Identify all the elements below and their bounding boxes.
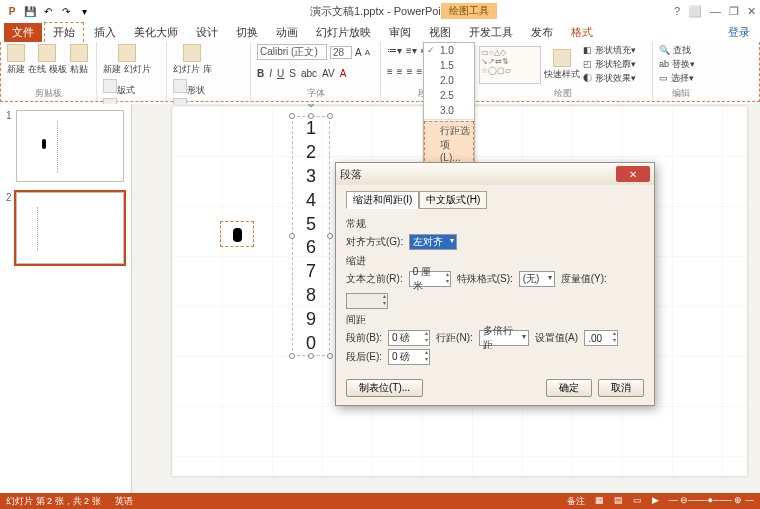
- slide-thumbnail[interactable]: [16, 192, 124, 264]
- ribbon-collapse-icon[interactable]: ⬜: [688, 5, 702, 18]
- tabstops-button[interactable]: 制表位(T)...: [346, 379, 423, 397]
- new-slide-button[interactable]: 新建: [7, 44, 25, 76]
- resize-handle[interactable]: [289, 113, 295, 119]
- bullets-icon[interactable]: ≔▾: [387, 45, 402, 56]
- shape-outline-button[interactable]: ◰ 形状轮廓▾: [583, 58, 636, 71]
- line-spacing-options-menuitem[interactable]: 行距选项(L)...: [424, 121, 474, 166]
- justify-icon[interactable]: ≡: [417, 66, 423, 77]
- line-spacing-option[interactable]: 1.5: [424, 58, 474, 73]
- resize-handle[interactable]: [327, 113, 333, 119]
- slide-thumbnail[interactable]: [16, 110, 124, 182]
- shrink-font-icon[interactable]: A: [365, 48, 370, 57]
- resize-handle[interactable]: [308, 353, 314, 359]
- sign-in-link[interactable]: 登录: [718, 23, 760, 42]
- text-char: 7: [306, 261, 316, 282]
- ok-button[interactable]: 确定: [546, 379, 592, 397]
- paragraph-dialog: 段落 ✕ 缩进和间距(I) 中文版式(H) 常规 对齐方式(G): 左对齐 缩进…: [335, 162, 655, 406]
- slide-library-button[interactable]: 幻灯片 库: [173, 44, 212, 76]
- group-label: 剪贴板: [7, 86, 90, 101]
- alignment-combo[interactable]: 左对齐: [409, 234, 457, 250]
- shadow-button[interactable]: abc: [301, 68, 317, 79]
- resize-handle[interactable]: [308, 113, 314, 119]
- font-size-combo[interactable]: 28: [330, 46, 352, 59]
- line-spacing-option[interactable]: 3.0: [424, 103, 474, 118]
- redo-icon[interactable]: ↷: [58, 3, 74, 19]
- set-at-spinner[interactable]: .00: [584, 330, 618, 346]
- notes-toggle[interactable]: 备注: [567, 495, 585, 508]
- resize-handle[interactable]: [327, 353, 333, 359]
- align-center-icon[interactable]: ≡: [397, 66, 403, 77]
- before-text-spinner[interactable]: 0 厘米: [409, 271, 451, 287]
- selected-shape[interactable]: [220, 221, 254, 247]
- dialog-close-button[interactable]: ✕: [616, 166, 650, 182]
- line-spacing-dropdown: 1.0 1.5 2.0 2.5 3.0 行距选项(L)...: [423, 42, 475, 167]
- resize-handle[interactable]: [289, 233, 295, 239]
- view-slideshow-icon[interactable]: ▶: [652, 495, 659, 508]
- rotate-handle[interactable]: [308, 104, 314, 107]
- line-spacing-option[interactable]: 2.5: [424, 88, 474, 103]
- tab-home[interactable]: 开始: [44, 22, 84, 42]
- shape-button[interactable]: 形状: [173, 79, 205, 97]
- shape-effects-button[interactable]: ◐ 形状效果▾: [583, 72, 636, 85]
- language-indicator[interactable]: 英语: [115, 495, 133, 508]
- tab-view[interactable]: 视图: [421, 23, 459, 42]
- numbering-icon[interactable]: ≡▾: [406, 45, 417, 56]
- tab-developer[interactable]: 开发工具: [461, 23, 521, 42]
- shapes-gallery[interactable]: ▭○△◇↘↗⇄⇅☆◯▢▱: [479, 46, 541, 84]
- undo-icon[interactable]: ↶: [40, 3, 56, 19]
- zoom-slider[interactable]: — ⊖───●─── ⊕ —: [669, 495, 754, 508]
- select-button[interactable]: ▭ 选择▾: [659, 72, 694, 85]
- tab-review[interactable]: 审阅: [381, 23, 419, 42]
- shape-fill-button[interactable]: ◧ 形状填充▾: [583, 44, 636, 57]
- view-reading-icon[interactable]: ▭: [633, 495, 642, 508]
- text-box[interactable]: 1 2 3 4 5 6 7 8 9 0: [292, 116, 330, 356]
- qat-more-icon[interactable]: ▾: [76, 3, 92, 19]
- layout-button[interactable]: 版式: [103, 79, 135, 97]
- char-spacing-icon[interactable]: AV: [322, 68, 335, 79]
- space-after-spinner[interactable]: 0 磅: [388, 349, 430, 365]
- cancel-button[interactable]: 取消: [598, 379, 644, 397]
- align-left-icon[interactable]: ≡: [387, 66, 393, 77]
- dialog-tab-indent[interactable]: 缩进和间距(I): [346, 191, 419, 209]
- dialog-titlebar[interactable]: 段落 ✕: [336, 163, 654, 185]
- new-slide-fly-button[interactable]: 新建 幻灯片: [103, 44, 151, 76]
- tab-animations[interactable]: 动画: [268, 23, 306, 42]
- italic-button[interactable]: I: [269, 68, 272, 79]
- quick-styles-button[interactable]: 快速样式: [544, 49, 580, 81]
- minimize-button[interactable]: —: [710, 5, 721, 18]
- resize-handle[interactable]: [289, 353, 295, 359]
- maximize-button[interactable]: ❐: [729, 5, 739, 18]
- strike-button[interactable]: S: [289, 68, 296, 79]
- line-spacing-option[interactable]: 1.0: [424, 43, 474, 58]
- special-combo[interactable]: (无): [519, 271, 555, 287]
- tab-slideshow[interactable]: 幻灯片放映: [308, 23, 379, 42]
- paste-button[interactable]: 粘贴: [70, 44, 88, 76]
- view-sorter-icon[interactable]: ▤: [614, 495, 623, 508]
- tab-insert[interactable]: 插入: [86, 23, 124, 42]
- font-name-combo[interactable]: Calibri (正文): [257, 44, 327, 60]
- tab-design[interactable]: 设计: [188, 23, 226, 42]
- resize-handle[interactable]: [327, 233, 333, 239]
- space-before-spinner[interactable]: 0 磅: [388, 330, 430, 346]
- online-template-button[interactable]: 在线 模板: [28, 44, 67, 76]
- underline-button[interactable]: U: [277, 68, 284, 79]
- tab-publish[interactable]: 发布: [523, 23, 561, 42]
- tab-file[interactable]: 文件: [4, 23, 42, 42]
- align-right-icon[interactable]: ≡: [407, 66, 413, 77]
- save-icon[interactable]: 💾: [22, 3, 38, 19]
- grow-font-icon[interactable]: A: [355, 47, 362, 58]
- dialog-tab-asian[interactable]: 中文版式(H): [419, 191, 487, 209]
- tab-transitions[interactable]: 切换: [228, 23, 266, 42]
- bold-button[interactable]: B: [257, 68, 264, 79]
- font-color-icon[interactable]: A: [340, 68, 347, 79]
- line-spacing-combo[interactable]: 多倍行距: [479, 330, 529, 346]
- tab-format[interactable]: 格式: [563, 23, 601, 42]
- tab-beautify[interactable]: 美化大师: [126, 23, 186, 42]
- close-button[interactable]: ✕: [747, 5, 756, 18]
- set-at-label: 设置值(A): [535, 331, 578, 345]
- line-spacing-option[interactable]: 2.0: [424, 73, 474, 88]
- view-normal-icon[interactable]: ▦: [595, 495, 604, 508]
- help-icon[interactable]: ?: [674, 5, 680, 18]
- find-button[interactable]: 🔍 查找: [659, 44, 691, 57]
- replace-button[interactable]: ab 替换▾: [659, 58, 695, 71]
